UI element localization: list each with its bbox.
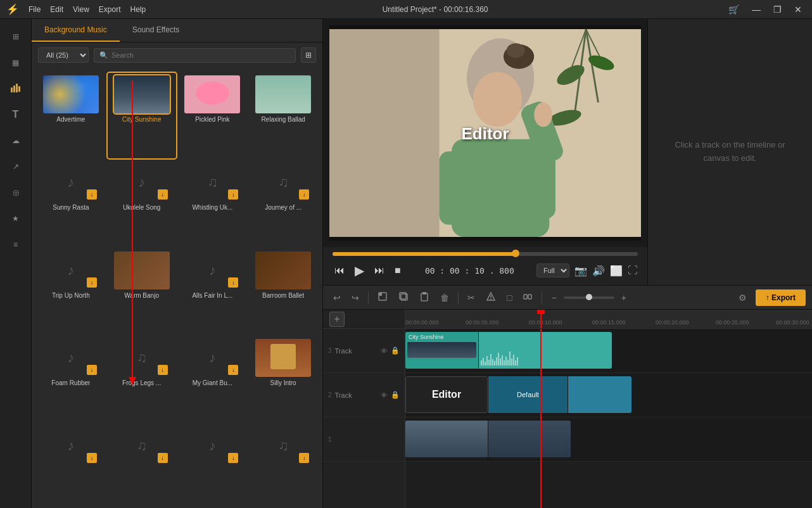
ruler-mark-0: 00:00:00.000	[405, 319, 439, 326]
sidebar-item-templates[interactable]: ★	[4, 207, 27, 230]
media-label: Trip Up North	[52, 292, 90, 299]
zoom-in-button[interactable]: +	[618, 290, 630, 305]
media-item-frogs-legs[interactable]: ♫ ↓ Frogs Legs ...	[108, 336, 176, 422]
sidebar-item-effects[interactable]: ☁	[4, 129, 27, 152]
fullscreen-button[interactable]: ⛶	[628, 264, 638, 277]
timeline-inner: + 3 Track 👁 🔒 2 Track 👁 🔒	[323, 310, 812, 508]
menu-view[interactable]: View	[73, 5, 89, 14]
screenshot-button[interactable]: 📷	[574, 264, 587, 277]
progress-fill	[333, 252, 516, 256]
menu-export[interactable]: Export	[99, 5, 121, 14]
media-item-silly-intro[interactable]: Silly Intro	[249, 336, 317, 422]
menu-edit[interactable]: Edit	[50, 5, 63, 14]
clip-city-sunshine-1[interactable]: City Sunshine	[405, 332, 478, 369]
media-filter-select[interactable]: All (25)	[38, 48, 89, 63]
split-button[interactable]: ✂	[464, 290, 479, 305]
maximize-button[interactable]: ❐	[770, 3, 785, 16]
media-label: Sunny Rasta	[53, 204, 89, 211]
sidebar-item-transitions[interactable]: ↗	[4, 155, 27, 178]
clip-editor[interactable]: Editor	[405, 376, 488, 413]
skip-forward-button[interactable]: ⏭	[372, 263, 386, 278]
search-input[interactable]	[111, 51, 290, 59]
paste-button[interactable]	[416, 289, 433, 306]
progress-bar[interactable]	[333, 252, 638, 256]
progress-thumb[interactable]	[512, 250, 519, 257]
media-item-sunny-rasta[interactable]: ♪ ↓ Sunny Rasta	[37, 161, 105, 246]
track-number-3: 3	[328, 347, 332, 354]
sidebar-item-filters[interactable]: ◎	[4, 181, 27, 204]
add-track-button[interactable]: +	[329, 312, 345, 327]
cut-clip-button[interactable]	[374, 289, 391, 306]
clip-blue-right[interactable]	[568, 376, 631, 413]
export-button[interactable]: ↑ Export	[756, 289, 806, 306]
layout-button[interactable]: ⬜	[610, 264, 623, 277]
redo-button[interactable]: ↪	[348, 290, 363, 305]
track-visibility-icon-2[interactable]: 👁	[381, 391, 388, 399]
settings-button[interactable]: ⚙	[735, 290, 751, 305]
skip-back-button[interactable]: ⏮	[333, 263, 346, 278]
zoom-slider[interactable]	[564, 296, 614, 299]
track-lock-icon-2[interactable]: 🔒	[391, 391, 400, 399]
track-lock-icon-3[interactable]: 🔒	[391, 346, 400, 355]
minimize-button[interactable]: —	[748, 3, 764, 16]
cart-icon[interactable]: 🛒	[725, 3, 743, 16]
menu-help[interactable]: Help	[130, 5, 146, 14]
tab-background-music[interactable]: Background Music	[32, 19, 120, 42]
media-item-alls-fair[interactable]: ♪ ↓ Alls Fair In L...	[179, 249, 247, 334]
media-label: Journey of ...	[265, 204, 301, 211]
svg-rect-3	[18, 86, 20, 92]
media-item-row5-2[interactable]: ♫ ↓	[108, 424, 176, 503]
media-item-foam-rubber[interactable]: ♪ ↓ Foam Rubber	[37, 336, 105, 422]
media-item-row5-4[interactable]: ♫ ↓	[249, 424, 317, 503]
media-item-ukulele-song[interactable]: ♪ ↓ Ukulele Song	[108, 161, 176, 246]
media-item-trip-up-north[interactable]: ♪ ↓ Trip Up North	[37, 249, 105, 334]
crop-button[interactable]: □	[503, 290, 516, 305]
clip-default[interactable]: Default	[488, 376, 568, 413]
copy-button[interactable]	[395, 289, 412, 306]
clip-city-sunshine-2[interactable]	[479, 332, 612, 369]
media-item-row5-3[interactable]: ♪ ↓	[179, 424, 247, 503]
stop-button[interactable]: ■	[393, 263, 403, 278]
add-marker-button[interactable]	[482, 289, 500, 306]
media-item-city-sunshine[interactable]: City Sunshine	[108, 73, 176, 158]
volume-button[interactable]: 🔊	[592, 264, 605, 277]
track-row-2: Editor Default	[405, 373, 812, 417]
sidebar-item-home[interactable]: ⊞	[4, 25, 27, 48]
media-item-journey-of[interactable]: ♫ ↓ Journey of ...	[249, 161, 317, 246]
preview-area: Editor ⏮ ▶ ⏭ ■ 00 :	[323, 19, 647, 285]
track-name-3: Track	[335, 347, 377, 355]
media-item-row5-1[interactable]: ♪ ↓	[37, 424, 105, 503]
menu-file[interactable]: File	[29, 5, 41, 14]
ruler-mark-10: 00:00:10.000	[529, 319, 562, 326]
controls-row: ⏮ ▶ ⏭ ■ 00 : 00 : 10 . 800 Full 1/2 1/4	[333, 261, 638, 280]
download-badge: ↓	[299, 453, 309, 463]
sidebar-item-text[interactable]: T	[4, 103, 27, 126]
close-button[interactable]: ✕	[790, 3, 806, 16]
titlebar-controls: 🛒 — ❐ ✕	[725, 3, 806, 16]
svg-point-31	[490, 298, 492, 300]
media-item-barroom-ballet[interactable]: Barroom Ballet	[249, 249, 317, 334]
ruler-mark-20: 00:00:20.000	[656, 319, 689, 326]
media-item-whistling-uk[interactable]: ♫ ↓ Whistling Uk...	[179, 161, 247, 246]
delete-button[interactable]: 🗑	[436, 290, 453, 305]
undo-button[interactable]: ↩	[329, 290, 345, 305]
media-item-relaxing-ballad[interactable]: Relaxing Ballad	[249, 73, 317, 158]
download-badge: ↓	[228, 277, 238, 288]
media-item-warm-banjo[interactable]: Warm Banjo	[108, 249, 176, 334]
tab-sound-effects[interactable]: Sound Effects	[120, 19, 193, 42]
media-item-my-giant-bu[interactable]: ♪ ↓ My Giant Bu...	[179, 336, 247, 422]
zoom-out-button[interactable]: −	[547, 290, 560, 305]
track-visibility-icon-3[interactable]: 👁	[381, 347, 388, 355]
quality-select[interactable]: Full 1/2 1/4	[536, 264, 569, 277]
sidebar-item-audio[interactable]	[4, 77, 27, 100]
clip-image-1[interactable]	[405, 421, 488, 457]
sidebar-item-media[interactable]: ▦	[4, 51, 27, 74]
media-item-advertime[interactable]: Advertime	[37, 73, 105, 158]
media-item-pickled-pink[interactable]: Pickled Pink	[179, 73, 247, 158]
sidebar-item-tracks[interactable]: ≡	[4, 233, 27, 256]
view-toggle-button[interactable]: ⊞	[301, 48, 316, 63]
play-button[interactable]: ▶	[353, 261, 366, 280]
speed-button[interactable]	[519, 289, 536, 306]
clip-image-2[interactable]	[488, 421, 571, 457]
timeline: ↩ ↪ 🗑 ✂ □	[323, 285, 812, 508]
